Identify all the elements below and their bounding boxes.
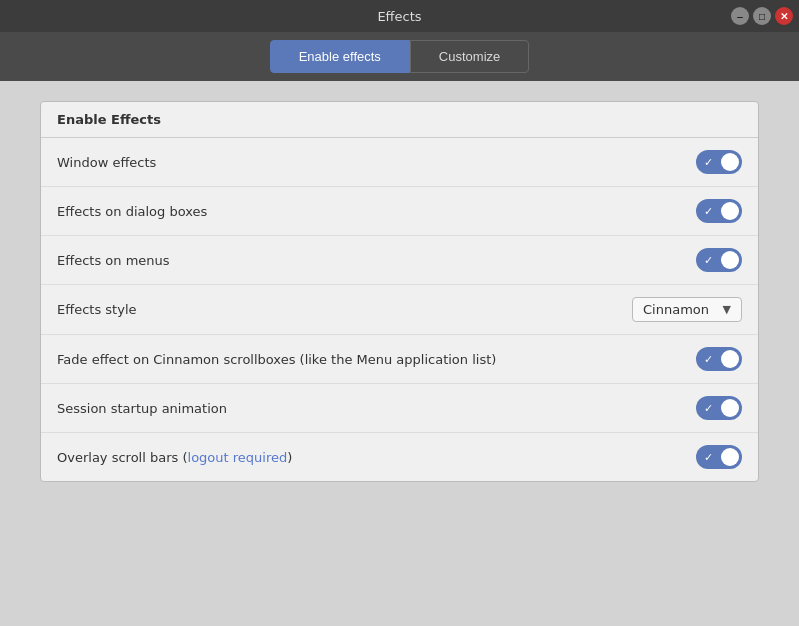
toolbar: Enable effects Customize — [0, 32, 799, 81]
effects-style-dropdown[interactable]: Cinnamon ▼ — [632, 297, 742, 322]
overlay-scrollbars-row: Overlay scroll bars (logout required) ✓ — [41, 433, 758, 481]
close-button[interactable]: ✕ — [775, 7, 793, 25]
effects-dialog-toggle[interactable]: ✓ — [696, 199, 742, 223]
effects-style-row: Effects style Cinnamon ▼ — [41, 285, 758, 335]
effects-menus-row: Effects on menus ✓ — [41, 236, 758, 285]
effects-dialog-row: Effects on dialog boxes ✓ — [41, 187, 758, 236]
chevron-down-icon: ▼ — [723, 303, 731, 316]
logout-link[interactable]: logout required — [188, 450, 288, 465]
window-title: Effects — [377, 9, 421, 24]
tab-enable-effects[interactable]: Enable effects — [270, 40, 410, 73]
effects-style-value: Cinnamon — [643, 302, 709, 317]
enable-effects-card: Enable Effects Window effects ✓ Effects … — [40, 101, 759, 482]
window-controls: – □ ✕ — [731, 7, 793, 25]
fade-effect-toggle[interactable]: ✓ — [696, 347, 742, 371]
session-startup-row: Session startup animation ✓ — [41, 384, 758, 433]
card-header: Enable Effects — [41, 102, 758, 138]
title-bar: Effects – □ ✕ — [0, 0, 799, 32]
effects-menus-toggle[interactable]: ✓ — [696, 248, 742, 272]
session-startup-toggle[interactable]: ✓ — [696, 396, 742, 420]
fade-effect-row: Fade effect on Cinnamon scrollboxes (lik… — [41, 335, 758, 384]
window-effects-label: Window effects — [57, 155, 156, 170]
main-content: Enable Effects Window effects ✓ Effects … — [0, 81, 799, 502]
effects-menus-label: Effects on menus — [57, 253, 170, 268]
tab-customize[interactable]: Customize — [410, 40, 529, 73]
overlay-scrollbars-label: Overlay scroll bars (logout required) — [57, 450, 292, 465]
session-startup-label: Session startup animation — [57, 401, 227, 416]
fade-effect-label: Fade effect on Cinnamon scrollboxes (lik… — [57, 352, 496, 367]
window-effects-toggle[interactable]: ✓ — [696, 150, 742, 174]
maximize-button[interactable]: □ — [753, 7, 771, 25]
minimize-button[interactable]: – — [731, 7, 749, 25]
overlay-scrollbars-toggle[interactable]: ✓ — [696, 445, 742, 469]
window-effects-row: Window effects ✓ — [41, 138, 758, 187]
effects-dialog-label: Effects on dialog boxes — [57, 204, 207, 219]
effects-style-label: Effects style — [57, 302, 137, 317]
